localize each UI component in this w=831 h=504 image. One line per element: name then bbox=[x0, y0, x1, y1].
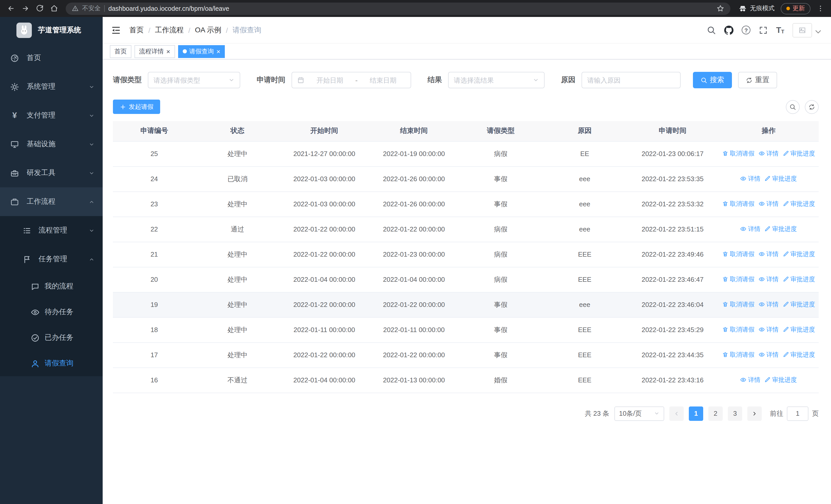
sidebar-item-devtools[interactable]: 研发工具 bbox=[0, 158, 103, 187]
sidebar-item-process-management[interactable]: 流程管理 bbox=[0, 216, 103, 245]
detail-button[interactable]: 详情 bbox=[758, 149, 779, 158]
sidebar-item-home[interactable]: 首页 bbox=[0, 43, 103, 72]
table-row: 19处理中2022-01-22 00:00:002022-01-22 00:00… bbox=[113, 292, 819, 317]
sidebar-item-task-management[interactable]: 任务管理 bbox=[0, 245, 103, 273]
progress-button[interactable]: 审批进度 bbox=[783, 200, 815, 208]
detail-button[interactable]: 详情 bbox=[758, 200, 779, 208]
detail-button[interactable]: 详情 bbox=[758, 275, 779, 284]
sidebar-item-my-process[interactable]: 我的流程 bbox=[0, 273, 103, 299]
forward-button[interactable] bbox=[19, 2, 32, 15]
page-button-3[interactable]: 3 bbox=[728, 406, 742, 421]
progress-button[interactable]: 审批进度 bbox=[783, 250, 815, 259]
cell-apply-id: 21 bbox=[113, 242, 196, 267]
progress-button[interactable]: 审批进度 bbox=[765, 225, 797, 234]
tab-leave-query[interactable]: 请假查询 × bbox=[178, 45, 225, 58]
browser-menu-button[interactable] bbox=[813, 2, 827, 15]
sidebar-item-payment[interactable]: ¥ 支付管理 bbox=[0, 101, 103, 130]
detail-button[interactable]: 详情 bbox=[758, 351, 779, 359]
table-header-row: 申请编号 状态 开始时间 结束时间 请假类型 原因 申请时间 操作 bbox=[113, 121, 819, 141]
fullscreen-icon[interactable] bbox=[758, 25, 768, 35]
detail-button[interactable]: 详情 bbox=[740, 225, 761, 234]
progress-button[interactable]: 审批进度 bbox=[783, 149, 815, 158]
cancel-leave-button[interactable]: 取消请假 bbox=[722, 275, 754, 284]
reload-button[interactable] bbox=[33, 2, 46, 15]
end-date-input[interactable] bbox=[361, 76, 405, 84]
cancel-leave-button[interactable]: 取消请假 bbox=[722, 200, 754, 208]
goto-page-input[interactable] bbox=[787, 406, 808, 421]
search-button[interactable]: 搜索 bbox=[693, 72, 732, 88]
sidebar-item-infrastructure[interactable]: 基础设施 bbox=[0, 130, 103, 158]
apply-time-range-picker[interactable]: - bbox=[291, 72, 411, 88]
detail-button[interactable]: 详情 bbox=[758, 325, 779, 334]
next-page-button[interactable] bbox=[747, 406, 762, 421]
pagination-total: 共 23 条 bbox=[585, 409, 609, 418]
result-select[interactable] bbox=[448, 72, 545, 88]
cancel-leave-button[interactable]: 取消请假 bbox=[722, 351, 754, 359]
cancel-leave-button[interactable]: 取消请假 bbox=[722, 300, 754, 309]
reason-input[interactable] bbox=[587, 76, 675, 84]
sidebar-item-system[interactable]: 系统管理 bbox=[0, 72, 103, 101]
sidebar-item-workflow[interactable]: 工作流程 bbox=[0, 187, 103, 216]
back-button[interactable] bbox=[4, 2, 18, 15]
cancel-leave-button[interactable]: 取消请假 bbox=[722, 149, 754, 158]
cell-status: 处理中 bbox=[196, 292, 280, 317]
home-button[interactable] bbox=[47, 2, 61, 15]
tab-home[interactable]: 首页 bbox=[110, 45, 132, 58]
view-icon bbox=[758, 276, 765, 283]
header-search-button[interactable] bbox=[707, 25, 716, 35]
cancel-leave-button[interactable]: 取消请假 bbox=[722, 325, 754, 334]
chevron-down-icon bbox=[228, 77, 235, 83]
delete-icon bbox=[722, 276, 728, 283]
detail-button[interactable]: 详情 bbox=[758, 250, 779, 259]
sidebar-item-done-tasks[interactable]: 已办任务 bbox=[0, 325, 103, 351]
bookmark-star-icon[interactable] bbox=[717, 5, 724, 12]
tab-process-detail[interactable]: 流程详情 × bbox=[135, 45, 175, 58]
progress-button[interactable]: 审批进度 bbox=[765, 175, 797, 183]
cell-apply-id: 18 bbox=[113, 317, 196, 342]
browser-update-button[interactable]: 更新 bbox=[781, 3, 810, 14]
app-logo[interactable]: 芋道管理系统 bbox=[0, 17, 103, 43]
refresh-table-button[interactable] bbox=[805, 100, 819, 114]
address-bar[interactable]: 不安全 dashboard.yudao.iocoder.cn/bpm/oa/le… bbox=[66, 2, 730, 14]
close-icon[interactable]: × bbox=[166, 48, 170, 55]
reason-field[interactable] bbox=[581, 72, 681, 88]
leave-type-input[interactable] bbox=[153, 76, 228, 84]
start-date-input[interactable] bbox=[308, 76, 352, 84]
github-icon[interactable] bbox=[724, 25, 734, 35]
help-icon[interactable]: ? bbox=[742, 26, 750, 34]
progress-button[interactable]: 审批进度 bbox=[783, 300, 815, 309]
breadcrumb-workflow[interactable]: 工作流程 bbox=[155, 25, 184, 35]
reset-button[interactable]: 重置 bbox=[738, 72, 777, 88]
leave-type-select[interactable] bbox=[148, 72, 240, 88]
page-size-select[interactable]: 10条/页 bbox=[614, 406, 664, 421]
sidebar-item-leave-query[interactable]: 请假查询 bbox=[0, 351, 103, 376]
font-size-icon[interactable]: TT bbox=[776, 26, 784, 34]
page-unit-label: 页 bbox=[812, 409, 819, 418]
progress-button[interactable]: 审批进度 bbox=[783, 351, 815, 359]
sidebar-item-todo-tasks[interactable]: 待办任务 bbox=[0, 299, 103, 325]
prev-page-button[interactable] bbox=[669, 406, 684, 421]
toggle-search-button[interactable] bbox=[786, 100, 800, 114]
refresh-icon bbox=[808, 103, 815, 110]
detail-button[interactable]: 详情 bbox=[740, 376, 761, 384]
user-menu[interactable] bbox=[793, 23, 823, 37]
cell-reason: EEE bbox=[543, 367, 627, 393]
page-button-1[interactable]: 1 bbox=[689, 406, 703, 421]
progress-button[interactable]: 审批进度 bbox=[783, 325, 815, 334]
breadcrumb-oa-example[interactable]: OA 示例 bbox=[195, 25, 222, 35]
result-input[interactable] bbox=[454, 76, 533, 84]
cancel-leave-button[interactable]: 取消请假 bbox=[722, 250, 754, 259]
sidebar-collapse-icon[interactable] bbox=[111, 25, 121, 35]
cell-start-time: 2022-01-03 00:00:00 bbox=[280, 166, 369, 191]
search-icon bbox=[700, 77, 707, 83]
page-button-2[interactable]: 2 bbox=[708, 406, 723, 421]
sidebar-item-label: 请假查询 bbox=[45, 359, 74, 368]
close-icon[interactable]: × bbox=[216, 48, 220, 55]
progress-button[interactable]: 审批进度 bbox=[783, 275, 815, 284]
create-leave-button[interactable]: 发起请假 bbox=[113, 99, 160, 114]
detail-button[interactable]: 详情 bbox=[740, 175, 761, 183]
detail-button[interactable]: 详情 bbox=[758, 300, 779, 309]
progress-button[interactable]: 审批进度 bbox=[765, 376, 797, 384]
cell-reason: eee bbox=[543, 292, 627, 317]
breadcrumb-home[interactable]: 首页 bbox=[130, 25, 144, 35]
